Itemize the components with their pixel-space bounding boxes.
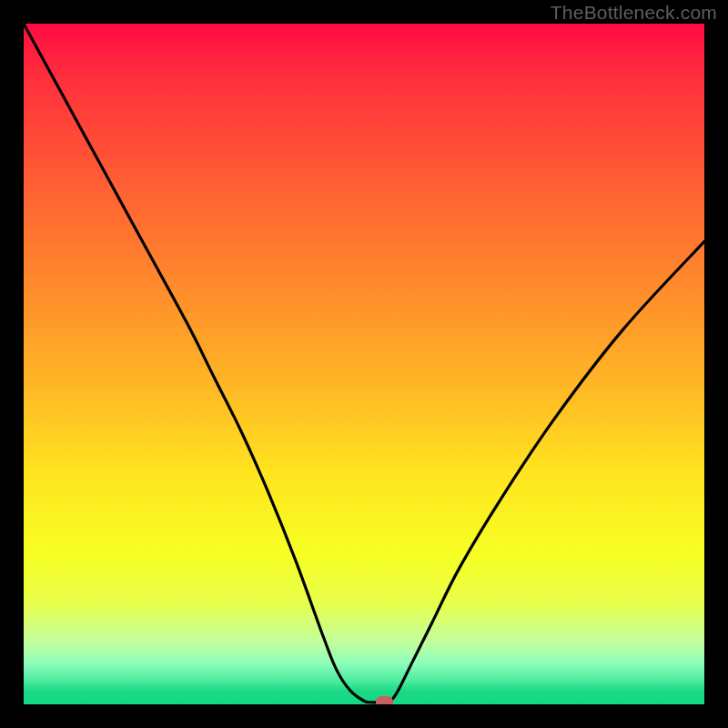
plot-area bbox=[24, 24, 704, 704]
curve-svg bbox=[24, 24, 704, 704]
chart-frame: TheBottleneck.com bbox=[0, 0, 728, 728]
bottleneck-curve bbox=[24, 24, 704, 703]
watermark-text: TheBottleneck.com bbox=[551, 2, 717, 24]
optimal-point-marker bbox=[376, 696, 393, 704]
